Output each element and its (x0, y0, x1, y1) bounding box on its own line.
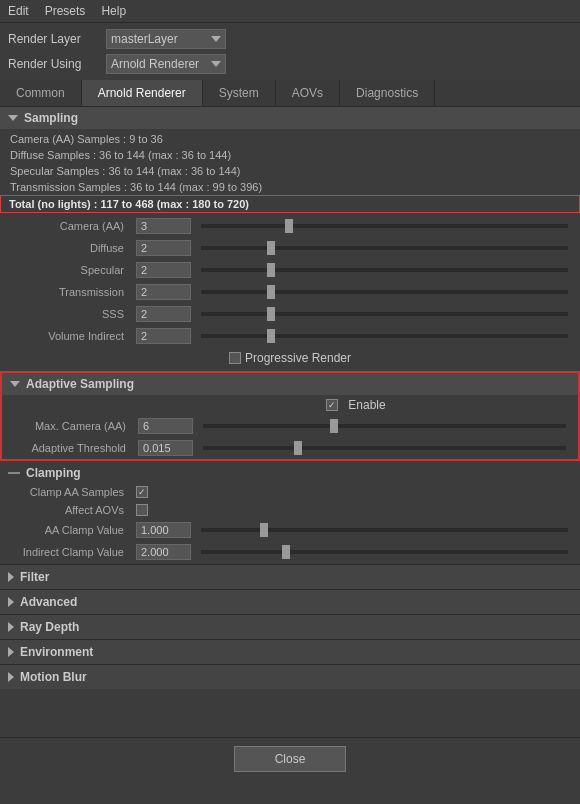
aa-clamp-value-input[interactable] (136, 522, 191, 538)
adaptive-threshold-slider[interactable] (203, 446, 566, 450)
render-layer-row: Render Layer masterLayer (8, 29, 572, 49)
affect-aovs-checkbox[interactable] (136, 504, 148, 516)
clamping-title: Clamping (26, 466, 81, 480)
camera-aa-slider[interactable] (201, 224, 568, 228)
transmission-input[interactable] (136, 284, 191, 300)
progressive-render-row: Progressive Render (0, 347, 580, 369)
tab-diagnostics[interactable]: Diagnostics (340, 80, 435, 106)
param-indirect-clamp: Indirect Clamp Value (0, 541, 580, 563)
volume-indirect-label: Volume Indirect (0, 330, 130, 342)
tab-aovs[interactable]: AOVs (276, 80, 340, 106)
adaptive-enable-label: Enable (348, 398, 385, 412)
main-content[interactable]: Sampling Camera (AA) Samples : 9 to 36 D… (0, 107, 580, 737)
adaptive-threshold-label: Adaptive Threshold (2, 442, 132, 454)
diffuse-thumb[interactable] (267, 241, 275, 255)
specular-slider[interactable] (201, 268, 568, 272)
top-controls: Render Layer masterLayer Render Using Ar… (0, 23, 580, 80)
specular-input[interactable] (136, 262, 191, 278)
menu-edit[interactable]: Edit (8, 4, 29, 18)
progressive-render-label: Progressive Render (245, 351, 351, 365)
adaptive-threshold-thumb[interactable] (294, 441, 302, 455)
camera-aa-thumb[interactable] (285, 219, 293, 233)
indirect-clamp-slider[interactable] (201, 550, 568, 554)
environment-section[interactable]: Environment (0, 639, 580, 664)
diffuse-input[interactable] (136, 240, 191, 256)
sss-slider[interactable] (201, 312, 568, 316)
close-button[interactable]: Close (234, 746, 347, 772)
clamping-header[interactable]: Clamping (0, 463, 580, 483)
param-adaptive-threshold: Adaptive Threshold (2, 437, 578, 459)
volume-indirect-thumb[interactable] (267, 329, 275, 343)
adaptive-enable-row: ✓ Enable (2, 395, 578, 415)
info-camera: Camera (AA) Samples : 9 to 36 (0, 131, 580, 147)
tab-common[interactable]: Common (0, 80, 82, 106)
adaptive-enable-checkbox[interactable]: ✓ (326, 399, 338, 411)
transmission-thumb[interactable] (267, 285, 275, 299)
motion-blur-title: Motion Blur (20, 670, 87, 684)
max-camera-aa-input[interactable] (138, 418, 193, 434)
aa-clamp-slider[interactable] (201, 528, 568, 532)
menu-presets[interactable]: Presets (45, 4, 86, 18)
param-diffuse: Diffuse (0, 237, 580, 259)
max-camera-aa-slider[interactable] (203, 424, 566, 428)
filter-expand-icon (8, 572, 14, 582)
max-camera-aa-label: Max. Camera (AA) (2, 420, 132, 432)
sampling-section: Sampling Camera (AA) Samples : 9 to 36 D… (0, 107, 580, 369)
sss-thumb[interactable] (267, 307, 275, 321)
render-using-arrow-icon (211, 61, 221, 67)
render-layer-arrow-icon (211, 36, 221, 42)
param-specular: Specular (0, 259, 580, 281)
tab-arnold-renderer[interactable]: Arnold Renderer (82, 80, 203, 106)
adaptive-sampling-header[interactable]: Adaptive Sampling (2, 373, 578, 395)
volume-indirect-slider[interactable] (201, 334, 568, 338)
clamping-section: Clamping Clamp AA Samples ✓ Affect AOVs … (0, 463, 580, 563)
camera-aa-label: Camera (AA) (0, 220, 130, 232)
param-camera-aa: Camera (AA) (0, 215, 580, 237)
render-layer-dropdown[interactable]: masterLayer (106, 29, 226, 49)
filter-title: Filter (20, 570, 49, 584)
transmission-slider[interactable] (201, 290, 568, 294)
adaptive-enable-checkmark: ✓ (328, 400, 336, 410)
sampling-title: Sampling (24, 111, 78, 125)
tab-system[interactable]: System (203, 80, 276, 106)
specular-thumb[interactable] (267, 263, 275, 277)
param-affect-aovs: Affect AOVs (0, 501, 580, 519)
advanced-expand-icon (8, 597, 14, 607)
render-using-dropdown[interactable]: Arnold Renderer (106, 54, 226, 74)
clamp-aa-checkmark: ✓ (138, 487, 146, 497)
ray-depth-section[interactable]: Ray Depth (0, 614, 580, 639)
transmission-label: Transmission (0, 286, 130, 298)
param-sss: SSS (0, 303, 580, 325)
camera-aa-input[interactable] (136, 218, 191, 234)
indirect-clamp-label: Indirect Clamp Value (0, 546, 130, 558)
progressive-render-checkbox[interactable] (229, 352, 241, 364)
clamp-aa-checkbox[interactable]: ✓ (136, 486, 148, 498)
filter-section[interactable]: Filter (0, 564, 580, 589)
adaptive-sampling-title: Adaptive Sampling (26, 377, 134, 391)
param-max-camera-aa: Max. Camera (AA) (2, 415, 578, 437)
advanced-section[interactable]: Advanced (0, 589, 580, 614)
render-using-label: Render Using (8, 57, 98, 71)
param-aa-clamp-value: AA Clamp Value (0, 519, 580, 541)
environment-title: Environment (20, 645, 93, 659)
sampling-info: Camera (AA) Samples : 9 to 36 Diffuse Sa… (0, 129, 580, 215)
volume-indirect-input[interactable] (136, 328, 191, 344)
indirect-clamp-input[interactable] (136, 544, 191, 560)
motion-blur-section[interactable]: Motion Blur (0, 664, 580, 689)
param-volume-indirect: Volume Indirect (0, 325, 580, 347)
param-transmission: Transmission (0, 281, 580, 303)
specular-label: Specular (0, 264, 130, 276)
sss-label: SSS (0, 308, 130, 320)
sss-input[interactable] (136, 306, 191, 322)
sampling-header[interactable]: Sampling (0, 107, 580, 129)
menu-help[interactable]: Help (101, 4, 126, 18)
render-using-row: Render Using Arnold Renderer (8, 54, 572, 74)
affect-aovs-label: Affect AOVs (0, 504, 130, 516)
info-transmission: Transmission Samples : 36 to 144 (max : … (0, 179, 580, 195)
indirect-clamp-thumb[interactable] (282, 545, 290, 559)
diffuse-slider[interactable] (201, 246, 568, 250)
max-camera-aa-thumb[interactable] (330, 419, 338, 433)
ray-depth-expand-icon (8, 622, 14, 632)
aa-clamp-thumb[interactable] (260, 523, 268, 537)
adaptive-threshold-input[interactable] (138, 440, 193, 456)
